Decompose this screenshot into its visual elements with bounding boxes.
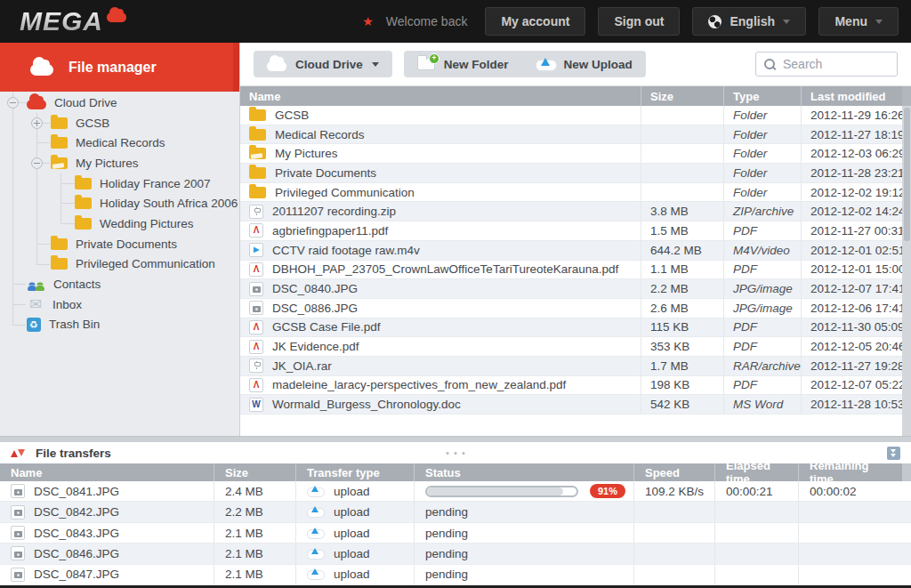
file-row-madeleine-laracy-perspectives-from-new-zealand-pdf[interactable]: Λmadeleine_laracy-perspectives_from_new_… bbox=[240, 376, 902, 396]
transfer-name: DSC_0846.JPG bbox=[34, 547, 119, 560]
file-modified-cell: 2012-12-05 20:46 bbox=[801, 337, 902, 356]
file-modified-cell: 2012-12-06 17:41 bbox=[801, 299, 902, 318]
chevron-down-icon bbox=[783, 20, 790, 24]
transfer-row-dsc-0846-jpg[interactable]: DSC_0846.JPG2.1 MBuploadpending bbox=[0, 544, 911, 564]
transfer-speed-cell bbox=[633, 523, 714, 543]
file-row-my-pictures[interactable]: My PicturesFolder2012-12-03 06:29 bbox=[240, 144, 902, 164]
file-modified: 2012-12-02 14:24 bbox=[810, 205, 902, 218]
file-modified-cell: 2012-12-03 06:29 bbox=[801, 144, 902, 163]
file-row-jk-evidence-pdf[interactable]: ΛJK Evidence.pdf353 KBPDF2012-12-05 20:4… bbox=[240, 337, 902, 357]
scrollbar[interactable] bbox=[902, 86, 911, 436]
mega-logo[interactable]: MEGA bbox=[20, 5, 126, 37]
progress-bar bbox=[425, 486, 578, 497]
file-row-dsc-0840-jpg[interactable]: DSC_0840.JPG2.2 MBJPG/image2012-12-07 17… bbox=[240, 279, 902, 299]
scrollbar-thumb[interactable] bbox=[904, 108, 910, 241]
file-type-cell: Folder bbox=[723, 106, 801, 125]
file-type-cell: PDF bbox=[723, 337, 801, 356]
sidebar-item-gcsb[interactable]: GCSB bbox=[0, 113, 239, 133]
file-row-private-documents[interactable]: Private DocumentsFolder2012-11-28 23:21 bbox=[240, 164, 902, 183]
sidebar-item-privileged-communication[interactable]: Privileged Communication bbox=[0, 254, 239, 275]
file-name: Privileged Communication bbox=[275, 186, 415, 199]
sidebar-item-label: My Pictures bbox=[76, 157, 139, 170]
file-modified-cell: 2012-11-28 10:53 bbox=[801, 395, 902, 414]
transfer-row-dsc-0843-jpg[interactable]: DSC_0843.JPG2.1 MBuploadpending bbox=[0, 523, 911, 544]
file-row-dbhoh-pap-23705-crownlawofficetetaritureotekarauna-pdf[interactable]: ΛDBHOH_PAP_23705_CrownLawOfficeTeTariTur… bbox=[240, 261, 902, 280]
transfer-row-dsc-0847-jpg[interactable]: DSC_0847.JPG2.1 MBuploadpending bbox=[0, 565, 911, 585]
cloud-icon bbox=[27, 100, 46, 109]
new-upload-button[interactable]: New Upload bbox=[522, 51, 646, 77]
transfer-type-label: upload bbox=[334, 485, 370, 498]
topbar: MEGA ★ Welcome back My account Sign out … bbox=[0, 0, 911, 43]
collapse-icon[interactable] bbox=[31, 157, 43, 169]
minimize-transfers-button[interactable] bbox=[887, 447, 900, 460]
file-size: 2.2 MB bbox=[650, 282, 689, 295]
file-manager-title: File manager bbox=[69, 60, 157, 76]
transfer-name: DSC_0847.JPG bbox=[34, 568, 119, 581]
transfer-size: 2.4 MB bbox=[225, 485, 263, 498]
toolbar: Cloud Drive New Folder New Upload bbox=[240, 43, 911, 86]
column-header-last-modified[interactable]: Last modified bbox=[801, 86, 902, 106]
column-header-name[interactable]: Name bbox=[240, 86, 641, 106]
sign-out-button[interactable]: Sign out bbox=[598, 7, 680, 36]
sidebar-item-medical-records[interactable]: Medical Records bbox=[0, 133, 239, 153]
expand-icon[interactable] bbox=[31, 117, 43, 129]
sidebar-item-private-documents[interactable]: Private Documents bbox=[0, 234, 239, 254]
sidebar-item-wedding-pictures[interactable]: Wedding Pictures bbox=[0, 213, 239, 234]
file-row-medical-records[interactable]: Medical RecordsFolder2012-11-27 18:19 bbox=[240, 125, 902, 145]
transfer-row-dsc-0841-jpg[interactable]: DSC_0841.JPG2.4 MBupload91%109.2 KB/s00:… bbox=[0, 481, 911, 502]
sidebar-item-contacts[interactable]: Contacts bbox=[0, 274, 239, 294]
transfer-column-header-remaining-time: Remaining time bbox=[798, 463, 902, 481]
file-name: JK Evidence.pdf bbox=[272, 340, 359, 353]
sidebar-item-cloud-drive[interactable]: Cloud Drive bbox=[0, 93, 239, 113]
new-folder-button[interactable]: New Folder bbox=[404, 51, 522, 77]
file-modified: 2012-11-30 05:09 bbox=[810, 320, 902, 334]
column-header-type[interactable]: Type bbox=[723, 86, 801, 106]
file-type: M4V/video bbox=[733, 244, 790, 257]
folder-open-icon bbox=[51, 157, 68, 169]
column-header-size[interactable]: Size bbox=[641, 86, 723, 106]
transfers-list: DSC_0841.JPG2.4 MBupload91%109.2 KB/s00:… bbox=[0, 481, 911, 585]
file-row-dsc-0886-jpg[interactable]: DSC_0886.JPG2.6 MBJPG/image2012-12-06 17… bbox=[240, 299, 902, 318]
file-row-cctv-raid-footage-raw-m4v[interactable]: ▶CCTV raid footage raw.m4v644.2 MBM4V/vi… bbox=[240, 241, 902, 261]
transfers-icon bbox=[11, 447, 26, 459]
file-type-cell: PDF bbox=[723, 318, 801, 337]
trash-icon: ♻ bbox=[27, 318, 41, 332]
file-row-agbriefingpaper11-pdf[interactable]: Λagbriefingpaper11.pdf1.5 MBPDF2012-11-2… bbox=[240, 222, 902, 241]
file-type: PDF bbox=[733, 320, 757, 334]
sidebar-item-my-pictures[interactable]: My Pictures bbox=[0, 153, 239, 173]
sidebar-item-holiday-south-africa-2006[interactable]: Holiday South Africa 2006 bbox=[0, 193, 239, 213]
file-row-privileged-communication[interactable]: Privileged CommunicationFolder2012-12-02… bbox=[240, 183, 902, 203]
transfer-row-dsc-0842-jpg[interactable]: DSC_0842.JPG2.2 MBuploadpending bbox=[0, 502, 911, 522]
cloud-drive-button[interactable]: Cloud Drive bbox=[254, 51, 392, 77]
sidebar-item-trash-bin[interactable]: ♻Trash Bin bbox=[0, 315, 239, 335]
drag-handle[interactable] bbox=[447, 452, 465, 455]
collapse-icon[interactable] bbox=[7, 97, 19, 109]
cloud-icon bbox=[267, 61, 286, 71]
file-row-wormald-burgess-chronology-doc[interactable]: WWormald_Burgess_Chronology.doc542 KBMS … bbox=[240, 395, 902, 415]
sidebar-item-label: Cloud Drive bbox=[54, 96, 117, 109]
language-selector[interactable]: English bbox=[692, 7, 806, 36]
my-account-button[interactable]: My account bbox=[485, 7, 585, 36]
upload-icon bbox=[307, 548, 323, 560]
file-row-jk-oia-rar[interactable]: JK_OIA.rar1.7 MBRAR/archive2012-11-27 19… bbox=[240, 357, 902, 376]
transfer-type-label: upload bbox=[334, 547, 370, 560]
menu-button[interactable]: Menu bbox=[818, 7, 899, 36]
file-table: NameSizeTypeLast modified GCSBFolder2012… bbox=[240, 86, 911, 436]
file-type: Folder bbox=[733, 109, 767, 122]
file-row-gcsb-case-file-pdf[interactable]: ΛGCSB Case File.pdf115 KBPDF2012-11-30 0… bbox=[240, 318, 902, 338]
transfer-name: DSC_0842.JPG bbox=[34, 505, 119, 519]
sidebar-item-holiday-france-2007[interactable]: Holiday France 2007 bbox=[0, 173, 239, 194]
file-type: ZIP/archive bbox=[733, 205, 794, 218]
sidebar-item-inbox[interactable]: ✉Inbox bbox=[0, 294, 239, 315]
search-box[interactable] bbox=[755, 52, 898, 77]
file-name-cell: ΛDBHOH_PAP_23705_CrownLawOfficeTeTariTur… bbox=[240, 261, 641, 279]
file-name: Private Documents bbox=[275, 166, 376, 180]
sidebar-item-label: Holiday France 2007 bbox=[100, 177, 211, 190]
transfer-type-label: upload bbox=[334, 527, 370, 540]
search-input[interactable] bbox=[783, 57, 889, 71]
file-row-gcsb[interactable]: GCSBFolder2012-11-29 16:26 bbox=[240, 106, 902, 125]
chevron-down-icon bbox=[372, 62, 379, 67]
file-name: Medical Records bbox=[275, 128, 365, 141]
file-modified: 2012-11-27 19:28 bbox=[810, 359, 902, 373]
file-row-20111207-recording-zip[interactable]: 20111207 recording.zip3.8 MBZIP/archive2… bbox=[240, 202, 902, 222]
